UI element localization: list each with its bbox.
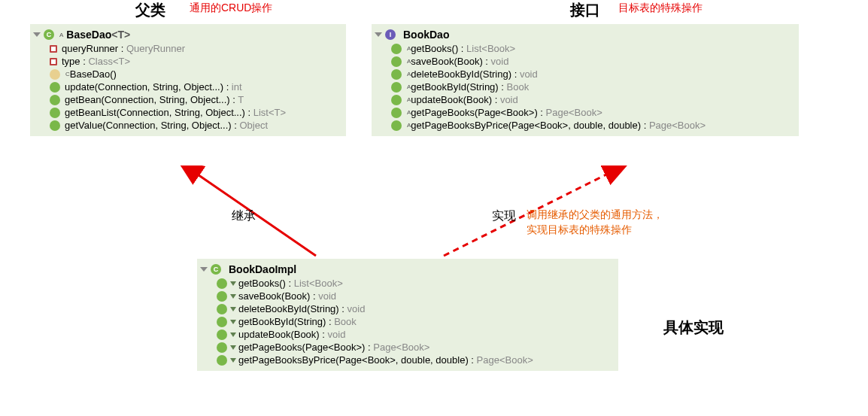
method-sig: updateBook(Book) : void <box>238 329 345 340</box>
method-row: getValue(Connection, String, Object...) … <box>35 119 338 132</box>
method-sig: saveBook(Book) : void <box>238 290 336 302</box>
method-icon <box>391 120 402 131</box>
class-name: BookDaoImpl <box>229 263 296 275</box>
method-row: update(Connection, String, Object...) : … <box>35 80 338 93</box>
method-row: A getPageBooksByPrice(Page<Book>, double… <box>376 119 791 132</box>
constructor-icon <box>50 69 60 80</box>
method-row: getBooks() : List<Book> <box>202 277 611 290</box>
implement-note: 调用继承的父类的通用方法， 实现目标表的特殊操作 <box>527 208 663 237</box>
method-sig: update(Connection, String, Object...) : … <box>65 81 242 93</box>
override-icon <box>230 345 236 350</box>
svg-line-1 <box>196 173 316 256</box>
method-row: saveBook(Book) : void <box>202 290 611 302</box>
field-row: queryRunner : QueryRunner <box>35 42 338 55</box>
bookdaoimpl-box: C BookDaoImpl getBooks() : List<Book> sa… <box>197 259 618 371</box>
expand-icon <box>33 32 41 37</box>
bookdao-box: I BookDao A getBooks() : List<Book> A sa… <box>372 24 799 136</box>
method-row: A deleteBookById(String) : void <box>376 68 791 80</box>
method-sig: saveBook(Book) : void <box>411 56 508 67</box>
method-icon <box>391 56 402 67</box>
parent-class-label: 父类 <box>135 0 165 20</box>
class-icon: C <box>44 29 54 40</box>
method-icon <box>50 95 60 105</box>
method-icon <box>391 69 402 80</box>
method-sig: updateBook(Book) : void <box>411 94 517 105</box>
constructor-row: C BaseDao() <box>35 68 338 80</box>
method-icon <box>217 291 227 302</box>
expand-icon <box>375 32 382 37</box>
method-sig: deleteBookById(String) : void <box>238 303 365 314</box>
override-icon <box>230 294 236 299</box>
method-sig: getValue(Connection, String, Object...) … <box>65 120 268 131</box>
override-icon <box>230 307 236 311</box>
method-row: deleteBookById(String) : void <box>202 302 611 315</box>
field-icon <box>50 45 57 53</box>
method-icon <box>391 108 402 118</box>
override-icon <box>230 332 236 337</box>
override-icon <box>230 358 236 363</box>
constructor-name: BaseDao() <box>70 68 117 80</box>
interface-note: 目标表的特殊操作 <box>618 2 703 15</box>
method-sig: deleteBookById(String) : void <box>411 68 537 80</box>
method-icon <box>217 278 227 289</box>
method-icon <box>217 342 227 353</box>
method-sig: getBooks() : List<Book> <box>411 43 515 54</box>
method-icon <box>50 120 60 131</box>
method-sig: getBookById(String) : Book <box>238 316 357 327</box>
method-icon <box>391 82 402 93</box>
concrete-impl-label: 具体实现 <box>663 317 724 338</box>
class-name: BaseDao<T> <box>66 29 130 41</box>
method-row: A getPageBooks(Page<Book>) : Page<Book> <box>376 106 791 119</box>
class-header: I BookDao <box>376 29 791 41</box>
inherit-label: 继承 <box>232 208 256 224</box>
method-row: A saveBook(Book) : void <box>376 55 791 68</box>
method-sig: getBooks() : List<Book> <box>238 278 343 289</box>
method-row: updateBook(Book) : void <box>202 328 611 341</box>
field-name: queryRunner : QueryRunner <box>62 43 185 54</box>
field-name: type : Class<T> <box>62 56 130 67</box>
class-header: CA BaseDao<T> <box>35 29 338 41</box>
class-header: C BookDaoImpl <box>202 263 611 275</box>
override-icon <box>230 320 236 324</box>
implement-label: 实现 <box>492 208 516 224</box>
method-icon <box>217 355 227 366</box>
class-icon: C <box>211 264 221 275</box>
abstract-marker: A <box>59 32 63 38</box>
interface-label: 接口 <box>570 0 600 20</box>
method-sig: getBean(Connection, String, Object...) :… <box>65 94 244 105</box>
method-icon <box>50 108 60 118</box>
method-row: A updateBook(Book) : void <box>376 93 791 106</box>
interface-icon: I <box>385 29 396 40</box>
method-icon <box>217 304 227 314</box>
method-sig: getBeanList(Connection, String, Object..… <box>65 107 286 118</box>
method-icon <box>217 317 227 327</box>
method-icon <box>217 329 227 340</box>
method-row: A getBookById(String) : Book <box>376 80 791 93</box>
method-row: getBean(Connection, String, Object...) :… <box>35 93 338 106</box>
method-row: getBeanList(Connection, String, Object..… <box>35 106 338 119</box>
field-row: type : Class<T> <box>35 55 338 68</box>
method-row: getBookById(String) : Book <box>202 315 611 328</box>
method-sig: getBookById(String) : Book <box>411 81 529 93</box>
basedao-box: CA BaseDao<T> queryRunner : QueryRunner … <box>30 24 346 136</box>
method-row: getPageBooksByPrice(Page<Book>, double, … <box>202 354 611 366</box>
method-sig: getPageBooksByPrice(Page<Book>, double, … <box>411 120 706 131</box>
method-row: A getBooks() : List<Book> <box>376 42 791 55</box>
method-sig: getPageBooksByPrice(Page<Book>, double, … <box>238 354 533 366</box>
method-icon <box>391 44 402 54</box>
method-sig: getPageBooks(Page<Book>) : Page<Book> <box>411 107 602 118</box>
parent-class-note: 通用的CRUD操作 <box>190 2 272 15</box>
method-sig: getPageBooks(Page<Book>) : Page<Book> <box>238 342 429 353</box>
expand-icon <box>200 267 208 272</box>
inherit-arrow <box>181 165 331 263</box>
class-name: BookDao <box>403 29 449 41</box>
method-icon <box>50 82 60 93</box>
override-icon <box>230 281 236 286</box>
field-icon <box>50 58 57 65</box>
method-icon <box>391 95 402 105</box>
method-row: getPageBooks(Page<Book>) : Page<Book> <box>202 341 611 354</box>
